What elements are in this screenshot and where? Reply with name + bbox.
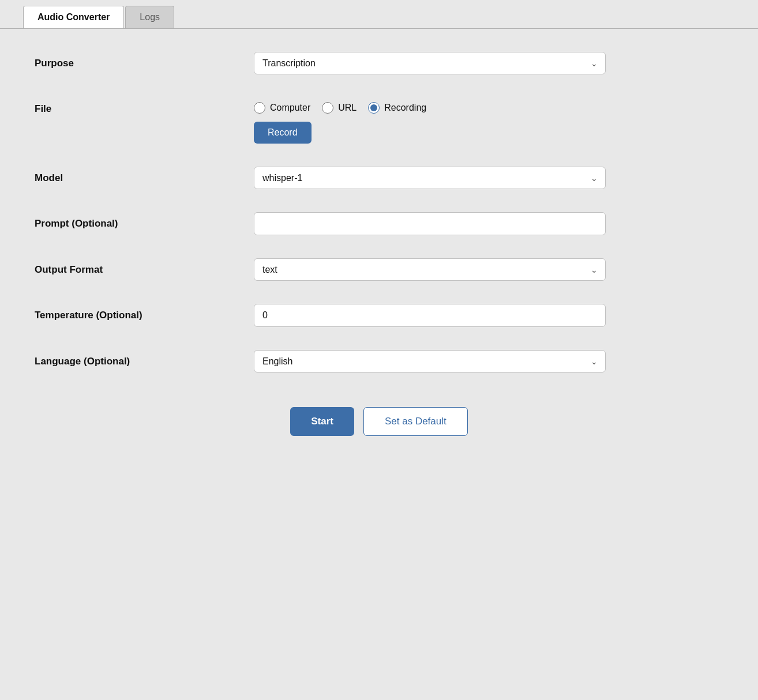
language-control: English Spanish French German Chinese Ja… — [254, 350, 606, 372]
language-select[interactable]: English Spanish French German Chinese Ja… — [254, 350, 606, 372]
purpose-row: Purpose Transcription Translation ⌄ — [35, 52, 723, 74]
prompt-row: Prompt (Optional) — [35, 212, 723, 235]
temperature-label: Temperature (Optional) — [35, 304, 254, 321]
record-button[interactable]: Record — [254, 122, 312, 144]
model-select[interactable]: whisper-1 — [254, 167, 606, 189]
radio-url-label: URL — [338, 103, 357, 113]
radio-recording-label: Recording — [384, 103, 426, 113]
main-content: Purpose Transcription Translation ⌄ File — [0, 29, 758, 471]
tabs-bar: Audio Converter Logs — [0, 0, 758, 29]
prompt-input[interactable] — [254, 212, 606, 235]
temperature-row: Temperature (Optional) — [35, 304, 723, 327]
start-button[interactable]: Start — [290, 407, 354, 436]
language-row: Language (Optional) English Spanish Fren… — [35, 350, 723, 372]
language-select-wrapper: English Spanish French German Chinese Ja… — [254, 350, 606, 372]
file-row: File Computer URL Recording — [35, 97, 723, 144]
model-label: Model — [35, 167, 254, 184]
purpose-control: Transcription Translation ⌄ — [254, 52, 606, 74]
action-row: Start Set as Default — [35, 407, 723, 436]
file-control: Computer URL Recording Record — [254, 97, 606, 144]
model-row: Model whisper-1 ⌄ — [35, 167, 723, 189]
file-radio-computer[interactable]: Computer — [254, 102, 310, 114]
file-radio-recording[interactable]: Recording — [368, 102, 426, 114]
purpose-select[interactable]: Transcription Translation — [254, 52, 606, 74]
purpose-label: Purpose — [35, 52, 254, 69]
radio-url[interactable] — [322, 102, 333, 114]
prompt-control — [254, 212, 606, 235]
language-label: Language (Optional) — [35, 350, 254, 367]
set-default-button[interactable]: Set as Default — [363, 407, 468, 436]
model-select-wrapper: whisper-1 ⌄ — [254, 167, 606, 189]
tab-logs[interactable]: Logs — [125, 6, 174, 28]
radio-computer-label: Computer — [270, 103, 310, 113]
radio-computer[interactable] — [254, 102, 265, 114]
tab-audio-converter[interactable]: Audio Converter — [23, 6, 124, 28]
purpose-select-wrapper: Transcription Translation ⌄ — [254, 52, 606, 74]
file-label: File — [35, 97, 254, 115]
temperature-control — [254, 304, 606, 327]
output-format-select-wrapper: text json srt vtt verbose_json ⌄ — [254, 258, 606, 281]
temperature-input[interactable] — [254, 304, 606, 327]
prompt-label: Prompt (Optional) — [35, 212, 254, 229]
output-format-row: Output Format text json srt vtt verbose_… — [35, 258, 723, 281]
radio-recording[interactable] — [368, 102, 380, 114]
output-format-label: Output Format — [35, 258, 254, 276]
model-control: whisper-1 ⌄ — [254, 167, 606, 189]
app-container: Audio Converter Logs Purpose Transcripti… — [0, 0, 758, 700]
file-radio-group: Computer URL Recording — [254, 97, 606, 114]
file-radio-url[interactable]: URL — [322, 102, 357, 114]
output-format-select[interactable]: text json srt vtt verbose_json — [254, 258, 606, 281]
output-format-control: text json srt vtt verbose_json ⌄ — [254, 258, 606, 281]
